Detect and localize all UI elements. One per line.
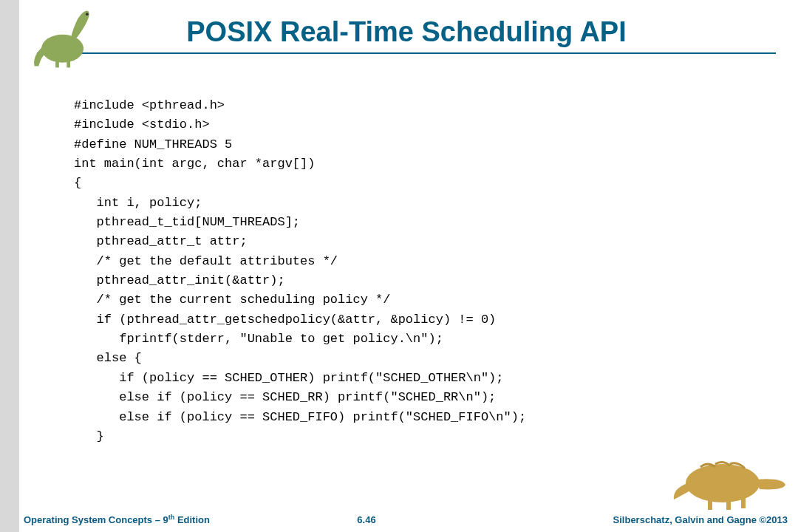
slide-footer: Operating System Concepts – 9th Edition … <box>19 511 798 528</box>
svg-point-0 <box>41 35 83 63</box>
footer-authors: Silberschatz, Galvin and Gagne ©2013 <box>448 514 798 525</box>
left-stripe <box>0 0 19 532</box>
svg-rect-5 <box>708 498 712 510</box>
footer-left-prefix: Operating System Concepts – 9 <box>24 514 168 525</box>
footer-page-number: 6.46 <box>285 514 448 525</box>
title-underline <box>37 52 776 54</box>
svg-point-4 <box>686 464 760 502</box>
svg-rect-7 <box>741 497 746 508</box>
slide-title: POSIX Real-Time Scheduling API <box>89 16 724 52</box>
svg-rect-2 <box>66 58 70 67</box>
dinosaur-bottom-icon <box>671 454 789 513</box>
footer-book-title: Operating System Concepts – 9th Edition <box>19 514 285 525</box>
code-listing: #include <pthread.h> #include <stdio.h> … <box>74 96 526 446</box>
svg-point-3 <box>86 13 89 16</box>
dinosaur-top-icon <box>25 3 103 73</box>
footer-left-sup: th <box>168 514 175 521</box>
svg-rect-6 <box>726 498 731 510</box>
svg-rect-1 <box>55 58 59 67</box>
footer-left-suffix: Edition <box>174 514 210 525</box>
slide-header: POSIX Real-Time Scheduling API <box>0 0 798 54</box>
